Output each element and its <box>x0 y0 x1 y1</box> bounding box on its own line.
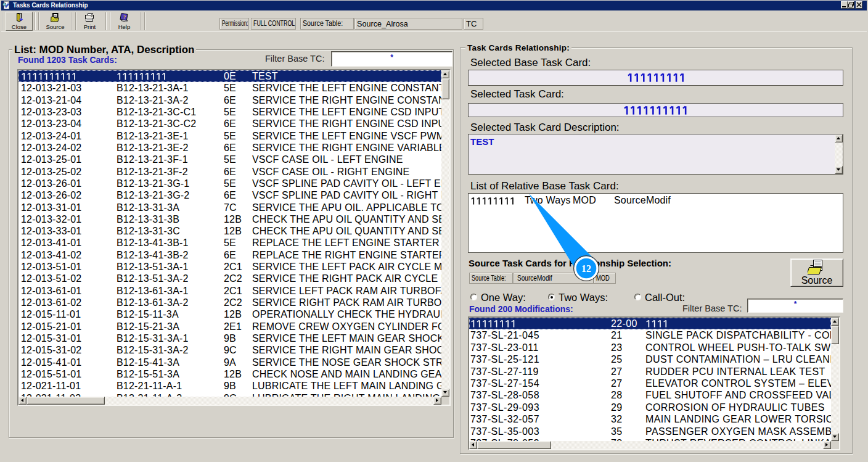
svg-text:12: 12 <box>581 263 591 274</box>
